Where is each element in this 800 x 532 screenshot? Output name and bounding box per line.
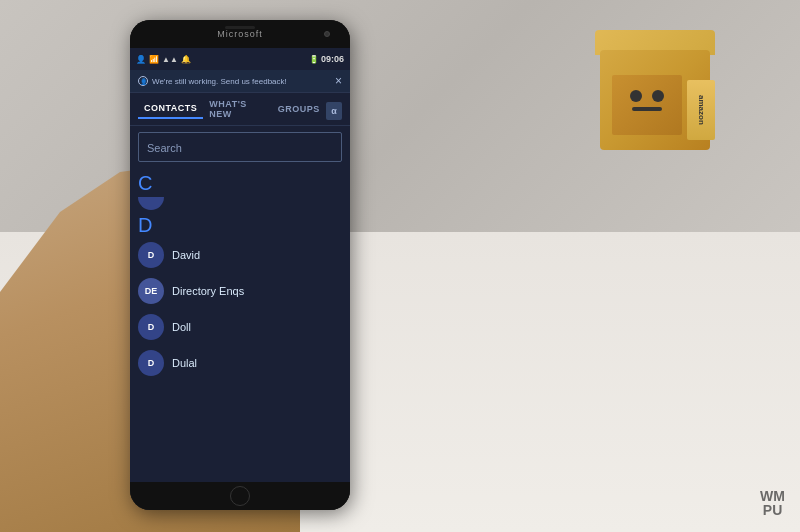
- notification-message: We're still working. Send us feedback!: [152, 77, 287, 86]
- amazon-box: amazon: [590, 30, 720, 160]
- signal-icon: 📶: [149, 55, 159, 64]
- tab-whats-new[interactable]: WHAT'S NEW: [203, 99, 271, 123]
- status-icons: 👤 📶 ▲▲ 🔔: [136, 55, 191, 64]
- contact-name-directory-enqs: Directory Enqs: [172, 285, 244, 297]
- alpha-button[interactable]: α: [326, 102, 342, 120]
- contact-name-dulal: Dulal: [172, 357, 197, 369]
- home-button[interactable]: [230, 486, 250, 506]
- phone-screen: 👤 📶 ▲▲ 🔔 🔋 09:06 👤 We're still working. …: [130, 48, 350, 482]
- contact-name-doll: Doll: [172, 321, 191, 333]
- contact-avatar-de: DE: [138, 278, 164, 304]
- battery-icon: 🔋: [309, 55, 319, 64]
- status-battery: 🔋 09:06: [309, 54, 344, 64]
- box-eye-right: [652, 90, 664, 102]
- status-time: 09:06: [321, 54, 344, 64]
- contact-directory-enqs[interactable]: DE Directory Enqs: [130, 273, 350, 309]
- phone-speaker: [225, 26, 255, 29]
- tab-contacts[interactable]: CONTACTS: [138, 103, 203, 119]
- phone-top: Microsoft: [130, 20, 350, 48]
- contact-doll[interactable]: D Doll: [130, 309, 350, 345]
- box-face: [612, 75, 682, 135]
- section-d: D: [130, 210, 350, 237]
- person-status-icon: 👤: [136, 55, 146, 64]
- partial-contact-c: [138, 197, 164, 210]
- wmpu-watermark: WM PU: [760, 489, 785, 517]
- phone: Microsoft 👤 📶 ▲▲ 🔔 🔋 09:06 👤 We're still…: [130, 20, 350, 510]
- tab-navigation: CONTACTS WHAT'S NEW GROUPS α: [130, 93, 350, 126]
- phone-brand: Microsoft: [217, 29, 263, 39]
- wmpu-pu: PU: [763, 503, 782, 517]
- contact-avatar-dulal: D: [138, 350, 164, 376]
- search-placeholder: Search: [147, 142, 182, 154]
- contact-avatar-david: D: [138, 242, 164, 268]
- phone-bottom: [130, 482, 350, 510]
- contact-david[interactable]: D David: [130, 237, 350, 273]
- notification-text: 👤 We're still working. Send us feedback!: [138, 76, 287, 86]
- contact-dulal[interactable]: D Dulal: [130, 345, 350, 381]
- box-mouth: [632, 107, 662, 111]
- status-bar: 👤 📶 ▲▲ 🔔 🔋 09:06: [130, 48, 350, 70]
- contact-name-david: David: [172, 249, 200, 261]
- bell-icon: 🔔: [181, 55, 191, 64]
- phone-camera: [324, 31, 330, 37]
- wifi-icon: ▲▲: [162, 55, 178, 64]
- contact-avatar-doll: D: [138, 314, 164, 340]
- tab-groups[interactable]: GROUPS: [272, 104, 326, 118]
- search-box[interactable]: Search: [138, 132, 342, 162]
- notif-person-icon: 👤: [138, 76, 148, 86]
- notification-close-button[interactable]: ×: [335, 74, 342, 88]
- notification-bar: 👤 We're still working. Send us feedback!…: [130, 70, 350, 93]
- box-eye-left: [630, 90, 642, 102]
- amazon-label: amazon: [687, 80, 715, 140]
- wmpu-wm: WM: [760, 489, 785, 503]
- section-c: C: [130, 168, 350, 195]
